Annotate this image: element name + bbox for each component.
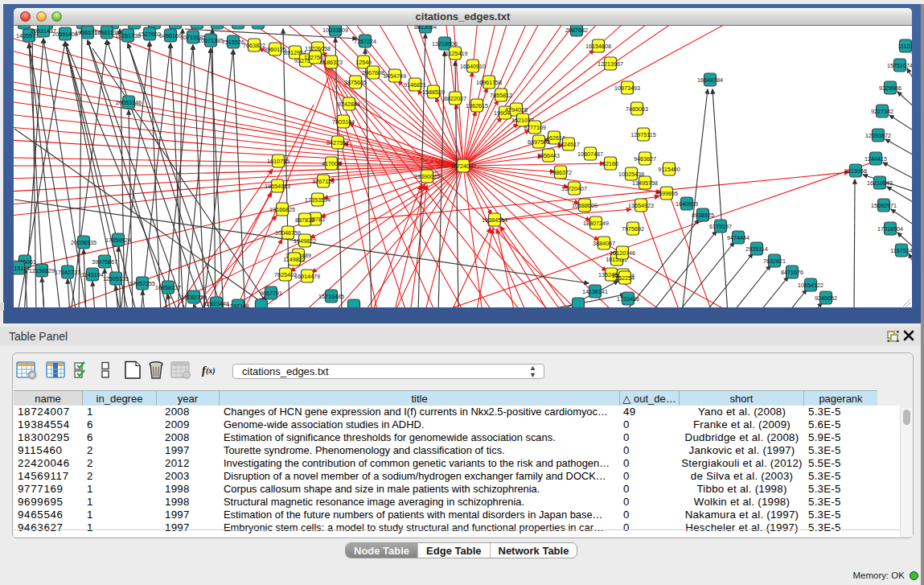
svg-text:8215958: 8215958 [844, 167, 867, 175]
svg-text:7357224: 7357224 [354, 38, 376, 45]
svg-text:17353594: 17353594 [305, 196, 331, 204]
svg-text:9227342: 9227342 [871, 108, 893, 115]
svg-text:1167534: 1167534 [890, 247, 912, 254]
svg-text:10046756: 10046756 [275, 229, 301, 237]
svg-text:1192344: 1192344 [227, 303, 248, 308]
svg-text:9657791: 9657791 [260, 290, 282, 297]
svg-text:17342737: 17342737 [55, 269, 80, 276]
svg-text:8813054: 8813054 [414, 26, 437, 31]
svg-text:6897508: 6897508 [528, 138, 550, 146]
svg-text:1610755: 1610755 [267, 158, 290, 165]
svg-text:7485063: 7485063 [626, 105, 648, 113]
svg-text:12975115: 12975115 [630, 131, 655, 138]
svg-text:16914479: 16914479 [294, 273, 320, 280]
svg-text:7986372: 7986372 [549, 169, 572, 176]
svg-text:8822037: 8822037 [444, 95, 466, 102]
svg-text:3915114: 3915114 [14, 265, 30, 272]
svg-text:14136141: 14136141 [582, 288, 608, 295]
svg-text:15692971: 15692971 [871, 202, 897, 209]
svg-text:17359924: 17359924 [105, 237, 131, 244]
svg-text:16210643: 16210643 [867, 179, 893, 187]
svg-text:10654122: 10654122 [798, 282, 823, 289]
svg-text:16154808: 16154808 [585, 43, 611, 50]
svg-text:2967608: 2967608 [362, 69, 384, 76]
svg-text:9115400: 9115400 [658, 166, 680, 173]
svg-text:39975867: 39975867 [92, 258, 117, 266]
svg-text:9146821: 9146821 [404, 81, 426, 89]
svg-text:1949822: 1949822 [294, 237, 316, 245]
svg-text:887832: 887832 [295, 216, 314, 224]
svg-text:3884067: 3884067 [593, 240, 615, 247]
svg-text:2056443: 2056443 [537, 152, 560, 159]
svg-text:0699695: 0699695 [655, 190, 678, 197]
svg-text:11125419: 11125419 [443, 50, 468, 57]
svg-text:18261736: 18261736 [115, 32, 141, 39]
svg-text:8454749: 8454749 [384, 72, 406, 80]
svg-text:4794028: 4794028 [505, 106, 528, 113]
svg-text:1640935: 1640935 [676, 200, 698, 208]
svg-text:13218506: 13218506 [432, 40, 458, 47]
svg-text:2935114: 2935114 [745, 245, 767, 253]
svg-text:10807487: 10807487 [577, 150, 603, 158]
svg-text:11123: 11123 [898, 43, 912, 50]
svg-text:10958137: 10958137 [155, 284, 181, 291]
svg-text:15716485: 15716485 [318, 293, 344, 300]
svg-text:1588520: 1588520 [422, 89, 445, 96]
svg-text:8960125: 8960125 [264, 46, 286, 53]
svg-text:(x): (x) [206, 366, 216, 376]
svg-text:8186323: 8186323 [320, 59, 343, 66]
svg-text:15720407: 15720407 [561, 185, 587, 192]
svg-text:3824517: 3824517 [557, 141, 580, 148]
svg-text:13654923: 13654923 [628, 202, 654, 209]
svg-text:62160: 62160 [602, 160, 618, 167]
svg-text:9463627: 9463627 [634, 155, 656, 163]
svg-text:9777109: 9777109 [524, 124, 546, 131]
svg-text:10671385: 10671385 [198, 37, 224, 44]
svg-text:3875685: 3875685 [344, 79, 367, 86]
svg-text:17016504: 17016504 [877, 225, 903, 233]
svg-text:18724007: 18724007 [450, 163, 476, 170]
svg-text:9474444: 9474444 [727, 234, 749, 241]
svg-text:19166825: 19166825 [269, 206, 295, 213]
svg-text:19384554: 19384554 [482, 216, 507, 224]
svg-text:12213967: 12213967 [598, 60, 623, 68]
svg-text:8471676: 8471676 [781, 269, 803, 276]
svg-text:3267110: 3267110 [312, 178, 334, 185]
svg-text:16961758: 16961758 [476, 79, 502, 86]
svg-text:9242848: 9242848 [338, 101, 360, 108]
svg-text:12923448: 12923448 [203, 300, 229, 307]
svg-text:23390025: 23390025 [414, 173, 440, 180]
svg-text:7803144: 7803144 [332, 118, 355, 126]
svg-text:9245052: 9245052 [815, 295, 837, 302]
svg-text:20206535: 20206535 [71, 239, 97, 246]
svg-text:1527602: 1527602 [138, 31, 161, 38]
svg-text:1733426: 1733426 [617, 295, 639, 303]
svg-text:12505135: 12505135 [103, 275, 129, 282]
svg-text:12156829: 12156829 [29, 267, 55, 274]
svg-text:1362615: 1362615 [466, 102, 488, 109]
svg-text:12546: 12546 [355, 59, 372, 66]
svg-text:12093872: 12093872 [865, 132, 891, 139]
svg-text:15751074: 15751074 [887, 62, 912, 69]
svg-text:7663822: 7663822 [243, 42, 265, 49]
svg-text:7632621: 7632621 [763, 257, 786, 265]
svg-text:7955812: 7955812 [490, 92, 512, 99]
svg-text:1244415: 1244415 [864, 155, 887, 163]
svg-text:252254: 252254 [615, 274, 634, 282]
svg-text:8938925: 8938925 [692, 212, 714, 219]
svg-text:13495758: 13495758 [632, 179, 658, 187]
svg-text:7515526: 7515526 [222, 39, 244, 46]
svg-text:16640910: 16640910 [460, 63, 486, 70]
svg-text:6179197: 6179197 [709, 223, 732, 230]
svg-text:19654923: 19654923 [265, 183, 290, 190]
svg-text:20053346: 20053346 [116, 99, 142, 106]
svg-text:6466160: 6466160 [159, 32, 182, 39]
svg-text:7625402: 7625402 [274, 271, 297, 278]
svg-text:16120746: 16120746 [610, 249, 635, 257]
svg-text:1149822: 1149822 [283, 256, 305, 263]
svg-text:17957255: 17957255 [129, 280, 155, 287]
svg-text:10033809: 10033809 [322, 27, 348, 34]
svg-text:8427552: 8427552 [326, 139, 349, 146]
svg-text:18807249: 18807249 [583, 220, 609, 227]
svg-text:9329966: 9329966 [879, 84, 901, 92]
